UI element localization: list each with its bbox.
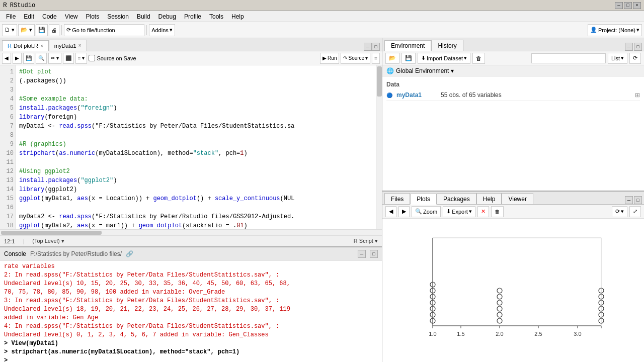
tab-viewer[interactable]: Viewer (502, 193, 533, 204)
console-content[interactable]: rate variables2: In read.spss("F:/Statis… (0, 260, 382, 362)
menu-build[interactable]: Build (133, 12, 154, 21)
import-dataset-btn[interactable]: ⬇ Import Dataset ▾ (418, 53, 470, 64)
load-btn[interactable]: 📂 (385, 53, 399, 64)
tab-mydata1-close[interactable]: × (78, 43, 82, 48)
env-search[interactable] (531, 53, 606, 63)
file-type[interactable]: R Script ▾ (354, 238, 378, 244)
view-table-icon[interactable]: ⊞ (635, 92, 640, 99)
svg-text:1.0: 1.0 (429, 331, 436, 337)
menu-code[interactable]: Code (38, 12, 61, 21)
editor-tabs: R Dot plot.R × myData1 × ─ □ (0, 38, 382, 51)
refresh-env-btn[interactable]: ⟳ (629, 53, 641, 64)
zoom-btn[interactable]: 🔍 Zoom (412, 206, 441, 217)
edit-btn[interactable]: ✏ ▾ (48, 53, 61, 64)
open-file-btn[interactable]: 📂 ▾ (18, 24, 35, 36)
svg-text:3.0: 3.0 (574, 331, 581, 337)
project-btn[interactable]: 👤 Project: (None) ▾ (588, 24, 642, 36)
clear-plots-btn[interactable]: 🗑 (491, 206, 504, 217)
save-editor-btn[interactable]: 💾 (23, 53, 34, 64)
plots-minimize-btn[interactable]: ─ (625, 196, 633, 204)
next-plot-btn[interactable]: ▶ (398, 206, 410, 217)
code-editor[interactable]: 12345678910111213141516171819 #Dot plot(… (0, 65, 382, 229)
console-label: Console (4, 250, 26, 257)
editor-minimize-btn[interactable]: ─ (364, 43, 372, 51)
plots-refresh-btn[interactable]: ⟳ ▾ (612, 206, 627, 217)
back-btn[interactable]: ◀ (2, 53, 11, 64)
window-controls[interactable]: ─ □ × (615, 2, 641, 9)
source-on-save-label: Source on Save (89, 55, 136, 61)
plots-maximize-btn[interactable]: □ (634, 196, 642, 204)
maximize-btn[interactable]: □ (624, 2, 632, 9)
options-btn[interactable]: ≡ (372, 53, 380, 64)
tab-dot-plot-close[interactable]: × (40, 43, 43, 49)
run-icon: ▶ (323, 55, 327, 61)
menu-view[interactable]: View (61, 12, 82, 21)
env-toolbar: 📂 💾 ⬇ Import Dataset ▾ 🗑 List ▾ ⟳ (382, 51, 644, 65)
menu-file[interactable]: File (2, 12, 20, 21)
source-icon: ↷ (343, 55, 347, 61)
plots-fullscreen-btn[interactable]: ⤢ (629, 206, 641, 217)
menu-tools[interactable]: Tools (205, 12, 227, 21)
scope-indicator[interactable]: (Top Level) ▾ (32, 238, 64, 244)
go-to-label: Go to file/function (72, 27, 115, 33)
menu-profile[interactable]: Profile (180, 12, 205, 21)
horizontal-scrollbar[interactable] (0, 229, 382, 235)
editor-maximize-btn[interactable]: □ (372, 43, 380, 51)
plots-refresh-arrow: ▾ (621, 208, 624, 215)
console-minimize-btn[interactable]: ─ (358, 250, 366, 258)
find-btn[interactable]: 🔍 (36, 53, 47, 64)
export-btn[interactable]: ⬇ Export ▾ (443, 206, 475, 217)
chunk-btn[interactable]: ⬛ (63, 53, 74, 64)
tab-history[interactable]: History (431, 40, 463, 51)
global-env-selector[interactable]: 🌐 Global Environment ▾ (382, 65, 644, 77)
env-maximize-btn[interactable]: □ (634, 43, 642, 51)
delete-plot-btn[interactable]: ✕ (477, 206, 489, 217)
save-env-btn[interactable]: 💾 (401, 53, 416, 64)
menu-help[interactable]: Help (227, 12, 248, 21)
tab-help[interactable]: Help (476, 193, 502, 204)
source-arrow: ▾ (365, 55, 368, 61)
new-file-btn[interactable]: 🗋 ▾ (2, 24, 17, 36)
console-titlebar: Console F:/Statistics by Peter/Rstudio f… (0, 247, 382, 260)
import-label: Import Dataset (427, 55, 463, 61)
editor-statusbar: 12:1 | (Top Level) ▾ R Script ▾ (0, 235, 382, 246)
menu-edit[interactable]: Edit (20, 12, 38, 21)
menu-session[interactable]: Session (103, 12, 133, 21)
tab-plots[interactable]: Plots (410, 194, 437, 205)
list-btn[interactable]: List ▾ (608, 53, 627, 64)
addins-arrow: ▾ (170, 27, 173, 33)
save-btn[interactable]: 💾 (36, 24, 48, 36)
menu-debug[interactable]: Debug (154, 12, 180, 21)
minimize-btn[interactable]: ─ (615, 2, 623, 9)
var-info-mydata1: 55 obs. of 65 variables (441, 92, 502, 99)
env-minimize-btn[interactable]: ─ (625, 43, 633, 51)
clear-env-btn[interactable]: 🗑 (472, 53, 485, 64)
tab-dot-plot[interactable]: R Dot plot.R × (2, 40, 49, 51)
source-on-save-checkbox[interactable] (89, 55, 95, 61)
tab-mydata1[interactable]: myData1 × (49, 40, 87, 51)
run-btn[interactable]: ▶ Run (320, 53, 339, 64)
go-to-file-btn[interactable]: ⟳ Go to file/function (64, 24, 144, 36)
console-maximize-btn[interactable]: □ (370, 250, 378, 258)
close-btn[interactable]: × (633, 2, 641, 9)
separator-1 (61, 25, 62, 35)
console-link-icon[interactable]: 🔗 (126, 250, 133, 257)
menu-plots[interactable]: Plots (82, 12, 104, 21)
vertical-scrollbar[interactable] (376, 65, 382, 229)
left-panel: R Dot plot.R × myData1 × ─ □ ◀ ▶ 💾 🔍 ✏ ▾ (0, 38, 382, 362)
run-label: Run (328, 55, 337, 61)
tab-packages[interactable]: Packages (437, 193, 476, 204)
titlebar-title: RStudio (10, 2, 35, 9)
var-name-mydata1[interactable]: myData1 (396, 92, 437, 99)
tab-environment[interactable]: Environment (384, 40, 431, 51)
forward-btn[interactable]: ▶ (13, 53, 22, 64)
prev-plot-btn[interactable]: ◀ (385, 206, 396, 217)
dataset-icon: 🔵 (386, 93, 392, 98)
source-btn[interactable]: ↷ Source ▾ (341, 53, 370, 64)
addins-btn[interactable]: Addins ▾ (149, 24, 175, 36)
console-area: Console F:/Statistics by Peter/Rstudio f… (0, 246, 382, 362)
code-content[interactable]: #Dot plot(.packages()) #Some example dat… (16, 65, 376, 229)
compile-btn[interactable]: ≡ ▾ (75, 53, 88, 64)
tab-files[interactable]: Files (384, 193, 410, 204)
print-btn[interactable]: 🖨 (49, 24, 59, 36)
